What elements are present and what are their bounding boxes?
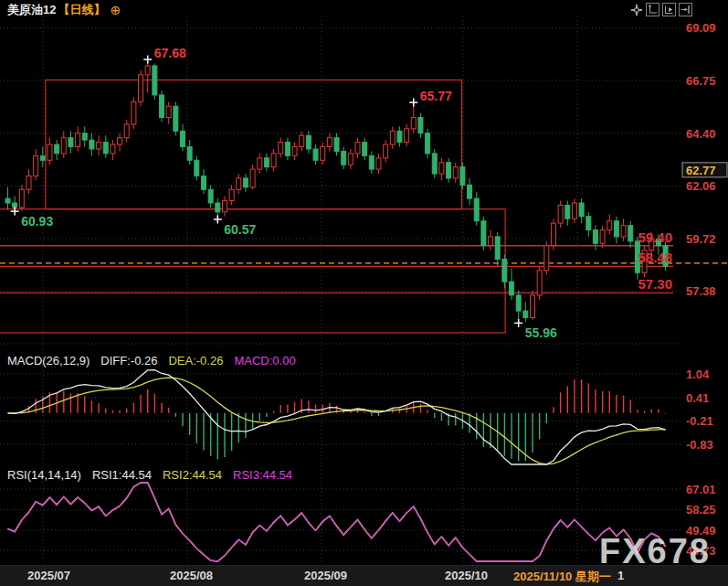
rsi3-value: RSI3:44.54 [233, 468, 292, 482]
chart-canvas[interactable]: 60.9367.6860.5765.7755.9659.4058.4857.30… [0, 0, 728, 586]
drawing-hlines [0, 246, 728, 293]
svg-text:69.09: 69.09 [686, 21, 716, 35]
crosshair-icon[interactable] [629, 3, 643, 16]
rsi-label-row: RSI(14,14,14) RSI1:44.54 RSI2:44.54 RSI3… [7, 468, 292, 482]
price-annotation: 55.96 [525, 325, 557, 340]
svg-text:67.01: 67.01 [686, 483, 716, 496]
svg-text:-0.83: -0.83 [686, 438, 713, 452]
chart-toolbar [629, 3, 692, 16]
candles-layer [5, 59, 668, 323]
svg-text:62.77: 62.77 [686, 164, 716, 177]
price-axis-labels: 69.0966.7564.4062.0659.7257.3862.771.040… [682, 21, 727, 558]
hline-price-label: 58.48 [638, 250, 672, 265]
price-annotation: 60.57 [224, 222, 256, 237]
rsi1-value: RSI1:44.54 [92, 468, 152, 482]
svg-text:64.40: 64.40 [686, 127, 716, 141]
hline-price-label: 57.30 [638, 276, 672, 292]
hline-labels: 59.4058.4857.30 [638, 229, 672, 293]
svg-text:58.25: 58.25 [686, 503, 716, 517]
symbol-name: 美原油12 [7, 2, 56, 18]
macd-params: MACD(26,12,9) [7, 354, 90, 368]
price-annotation: 67.68 [154, 46, 186, 60]
svg-text:57.38: 57.38 [686, 284, 716, 298]
svg-text:62.06: 62.06 [686, 179, 716, 193]
macd-dea-value: DEA:-0.26 [168, 354, 223, 368]
fx678-watermark: FX678 [599, 532, 711, 571]
time-label-current: 2025/11/10 星期一 [513, 569, 611, 585]
hline-price-label: 59.40 [638, 229, 672, 245]
rsi3-line [8, 483, 666, 561]
trading-app-window: 美原油12 【日线】 ⊕ [0, 0, 728, 586]
macd-label-row: MACD(26,12,9) DIFF:-0.26 DEA:-0.26 MACD:… [7, 354, 296, 368]
macd-diff-value: DIFF:-0.26 [100, 354, 157, 368]
time-label-oct: 2025/10 [445, 569, 488, 582]
chart-title: 美原油12 【日线】 ⊕ [7, 2, 121, 18]
time-label-sep: 2025/09 [304, 569, 347, 582]
y-axis-scale-icon[interactable] [646, 3, 659, 16]
rsi2-value: RSI2:44.54 [163, 468, 222, 482]
drawing-boxes [0, 80, 505, 333]
macd-plot [8, 370, 666, 464]
rsi2-line [8, 483, 666, 561]
time-label-jul: 2025/07 [27, 569, 70, 582]
macd-hist-value: MACD:0.00 [234, 354, 295, 368]
price-annotation: 60.93 [21, 214, 53, 229]
time-label-aug: 2025/08 [170, 569, 213, 582]
x-axis-scale-icon[interactable] [662, 3, 676, 16]
svg-text:59.72: 59.72 [686, 232, 716, 246]
price-annotation: 65.77 [420, 89, 452, 103]
svg-text:66.75: 66.75 [686, 74, 716, 88]
add-indicator-icon[interactable]: ⊕ [110, 3, 121, 17]
rsi-plot [8, 483, 666, 561]
rsi1-line [8, 483, 666, 561]
exit-icon[interactable] [679, 3, 692, 16]
annotations-layer: 60.9367.6860.5765.7755.96 [11, 46, 557, 340]
period-label: 【日线】 [58, 2, 105, 18]
svg-text:1.04: 1.04 [686, 368, 710, 381]
svg-text:0.41: 0.41 [686, 391, 709, 405]
svg-text:-0.21: -0.21 [686, 414, 713, 428]
rsi-params: RSI(14,14,14) [7, 468, 81, 482]
